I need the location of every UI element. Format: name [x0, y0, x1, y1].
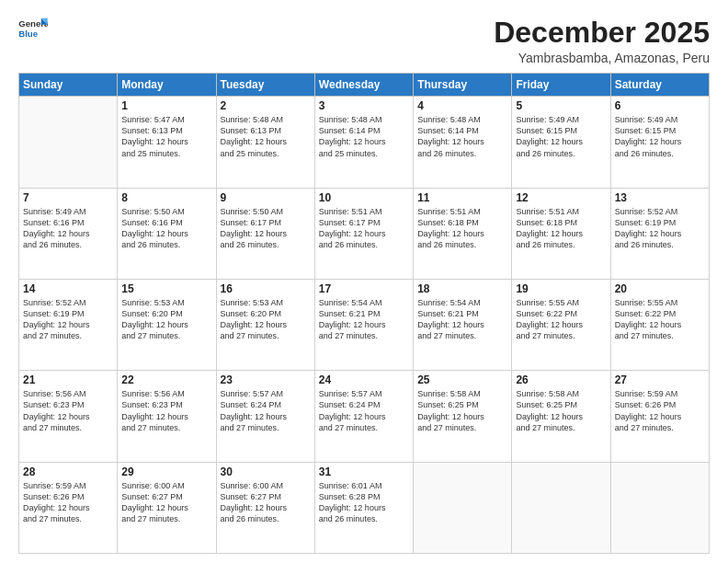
- weekday-sunday: Sunday: [19, 74, 118, 97]
- day-info: Sunrise: 5:48 AM Sunset: 6:14 PM Dayligh…: [319, 114, 409, 159]
- calendar-cell: 28Sunrise: 5:59 AM Sunset: 6:26 PM Dayli…: [19, 462, 118, 553]
- weekday-friday: Friday: [512, 74, 610, 97]
- calendar-body: 1Sunrise: 5:47 AM Sunset: 6:13 PM Daylig…: [19, 97, 710, 554]
- logo-icon: General Blue: [18, 17, 48, 42]
- day-number: 21: [23, 373, 113, 386]
- day-info: Sunrise: 5:54 AM Sunset: 6:21 PM Dayligh…: [417, 297, 507, 342]
- day-number: 12: [516, 191, 606, 204]
- calendar-cell: 4Sunrise: 5:48 AM Sunset: 6:14 PM Daylig…: [414, 97, 512, 188]
- calendar-week-3: 14Sunrise: 5:52 AM Sunset: 6:19 PM Dayli…: [19, 279, 710, 370]
- calendar-cell: 13Sunrise: 5:52 AM Sunset: 6:19 PM Dayli…: [610, 188, 709, 279]
- calendar-cell: 25Sunrise: 5:58 AM Sunset: 6:25 PM Dayli…: [414, 371, 512, 462]
- day-number: 1: [121, 99, 211, 112]
- calendar-cell: 31Sunrise: 6:01 AM Sunset: 6:28 PM Dayli…: [314, 462, 413, 553]
- calendar-cell: 26Sunrise: 5:58 AM Sunset: 6:25 PM Dayli…: [512, 371, 610, 462]
- day-number: 7: [23, 191, 113, 204]
- calendar-cell: 27Sunrise: 5:59 AM Sunset: 6:26 PM Dayli…: [610, 371, 709, 462]
- day-number: 11: [417, 191, 507, 204]
- day-info: Sunrise: 5:58 AM Sunset: 6:25 PM Dayligh…: [516, 388, 606, 433]
- header: General Blue December 2025 Yambrasbamba,…: [18, 17, 710, 65]
- day-info: Sunrise: 5:49 AM Sunset: 6:16 PM Dayligh…: [23, 206, 113, 251]
- calendar-cell: [512, 462, 610, 553]
- calendar-cell: 12Sunrise: 5:51 AM Sunset: 6:18 PM Dayli…: [512, 188, 610, 279]
- weekday-saturday: Saturday: [610, 74, 709, 97]
- day-info: Sunrise: 5:56 AM Sunset: 6:23 PM Dayligh…: [23, 388, 113, 433]
- calendar-cell: 7Sunrise: 5:49 AM Sunset: 6:16 PM Daylig…: [19, 188, 118, 279]
- calendar-cell: 10Sunrise: 5:51 AM Sunset: 6:17 PM Dayli…: [314, 188, 413, 279]
- calendar-cell: [19, 97, 118, 188]
- calendar-cell: 18Sunrise: 5:54 AM Sunset: 6:21 PM Dayli…: [414, 279, 512, 370]
- location-title: Yambrasbamba, Amazonas, Peru: [494, 51, 710, 65]
- calendar-cell: [610, 462, 709, 553]
- day-info: Sunrise: 5:48 AM Sunset: 6:14 PM Dayligh…: [417, 114, 507, 159]
- day-info: Sunrise: 5:51 AM Sunset: 6:18 PM Dayligh…: [417, 206, 507, 251]
- day-info: Sunrise: 6:00 AM Sunset: 6:27 PM Dayligh…: [121, 480, 211, 525]
- day-number: 3: [319, 99, 409, 112]
- day-info: Sunrise: 5:58 AM Sunset: 6:25 PM Dayligh…: [417, 388, 507, 433]
- day-info: Sunrise: 5:51 AM Sunset: 6:17 PM Dayligh…: [319, 206, 409, 251]
- weekday-tuesday: Tuesday: [216, 74, 314, 97]
- weekday-thursday: Thursday: [414, 74, 512, 97]
- calendar-cell: [414, 462, 512, 553]
- calendar-cell: 22Sunrise: 5:56 AM Sunset: 6:23 PM Dayli…: [118, 371, 216, 462]
- calendar-cell: 2Sunrise: 5:48 AM Sunset: 6:13 PM Daylig…: [216, 97, 314, 188]
- day-number: 30: [221, 465, 311, 478]
- calendar-cell: 11Sunrise: 5:51 AM Sunset: 6:18 PM Dayli…: [414, 188, 512, 279]
- day-info: Sunrise: 5:55 AM Sunset: 6:22 PM Dayligh…: [615, 297, 705, 342]
- day-number: 5: [516, 99, 606, 112]
- calendar-cell: 8Sunrise: 5:50 AM Sunset: 6:16 PM Daylig…: [118, 188, 216, 279]
- svg-text:Blue: Blue: [18, 29, 38, 39]
- calendar-cell: 14Sunrise: 5:52 AM Sunset: 6:19 PM Dayli…: [19, 279, 118, 370]
- day-number: 14: [23, 282, 113, 295]
- calendar-cell: 6Sunrise: 5:49 AM Sunset: 6:15 PM Daylig…: [610, 97, 709, 188]
- calendar-cell: 15Sunrise: 5:53 AM Sunset: 6:20 PM Dayli…: [118, 279, 216, 370]
- day-number: 26: [516, 373, 606, 386]
- calendar-cell: 29Sunrise: 6:00 AM Sunset: 6:27 PM Dayli…: [118, 462, 216, 553]
- weekday-monday: Monday: [118, 74, 216, 97]
- day-number: 8: [121, 191, 211, 204]
- day-info: Sunrise: 5:59 AM Sunset: 6:26 PM Dayligh…: [615, 388, 705, 433]
- day-number: 29: [121, 465, 211, 478]
- day-info: Sunrise: 5:59 AM Sunset: 6:26 PM Dayligh…: [23, 480, 113, 525]
- day-info: Sunrise: 5:55 AM Sunset: 6:22 PM Dayligh…: [516, 297, 606, 342]
- day-info: Sunrise: 5:57 AM Sunset: 6:24 PM Dayligh…: [221, 388, 311, 433]
- day-info: Sunrise: 5:49 AM Sunset: 6:15 PM Dayligh…: [615, 114, 705, 159]
- calendar-table: Sunday Monday Tuesday Wednesday Thursday…: [18, 73, 710, 554]
- day-info: Sunrise: 5:57 AM Sunset: 6:24 PM Dayligh…: [319, 388, 409, 433]
- page: General Blue December 2025 Yambrasbamba,…: [0, 0, 728, 563]
- day-number: 28: [23, 465, 113, 478]
- day-number: 6: [615, 99, 705, 112]
- day-number: 19: [516, 282, 606, 295]
- day-number: 16: [221, 282, 311, 295]
- calendar-cell: 17Sunrise: 5:54 AM Sunset: 6:21 PM Dayli…: [314, 279, 413, 370]
- calendar-cell: 3Sunrise: 5:48 AM Sunset: 6:14 PM Daylig…: [314, 97, 413, 188]
- month-title: December 2025: [494, 17, 710, 49]
- calendar-cell: 5Sunrise: 5:49 AM Sunset: 6:15 PM Daylig…: [512, 97, 610, 188]
- day-number: 4: [417, 99, 507, 112]
- day-number: 25: [417, 373, 507, 386]
- day-info: Sunrise: 5:54 AM Sunset: 6:21 PM Dayligh…: [319, 297, 409, 342]
- day-info: Sunrise: 5:49 AM Sunset: 6:15 PM Dayligh…: [516, 114, 606, 159]
- day-number: 10: [319, 191, 409, 204]
- day-number: 20: [615, 282, 705, 295]
- calendar-week-5: 28Sunrise: 5:59 AM Sunset: 6:26 PM Dayli…: [19, 462, 710, 553]
- day-info: Sunrise: 5:53 AM Sunset: 6:20 PM Dayligh…: [121, 297, 211, 342]
- calendar-cell: 21Sunrise: 5:56 AM Sunset: 6:23 PM Dayli…: [19, 371, 118, 462]
- day-number: 17: [319, 282, 409, 295]
- day-number: 15: [121, 282, 211, 295]
- day-number: 31: [319, 465, 409, 478]
- day-number: 22: [121, 373, 211, 386]
- weekday-wednesday: Wednesday: [314, 74, 413, 97]
- day-number: 24: [319, 373, 409, 386]
- day-info: Sunrise: 5:47 AM Sunset: 6:13 PM Dayligh…: [121, 114, 211, 159]
- title-block: December 2025 Yambrasbamba, Amazonas, Pe…: [494, 17, 710, 65]
- calendar-header: Sunday Monday Tuesday Wednesday Thursday…: [19, 74, 710, 97]
- day-info: Sunrise: 5:52 AM Sunset: 6:19 PM Dayligh…: [23, 297, 113, 342]
- calendar-week-1: 1Sunrise: 5:47 AM Sunset: 6:13 PM Daylig…: [19, 97, 710, 188]
- day-number: 18: [417, 282, 507, 295]
- calendar-cell: 9Sunrise: 5:50 AM Sunset: 6:17 PM Daylig…: [216, 188, 314, 279]
- day-info: Sunrise: 5:50 AM Sunset: 6:17 PM Dayligh…: [221, 206, 311, 251]
- day-info: Sunrise: 6:00 AM Sunset: 6:27 PM Dayligh…: [221, 480, 311, 525]
- day-info: Sunrise: 6:01 AM Sunset: 6:28 PM Dayligh…: [319, 480, 409, 525]
- calendar-cell: 24Sunrise: 5:57 AM Sunset: 6:24 PM Dayli…: [314, 371, 413, 462]
